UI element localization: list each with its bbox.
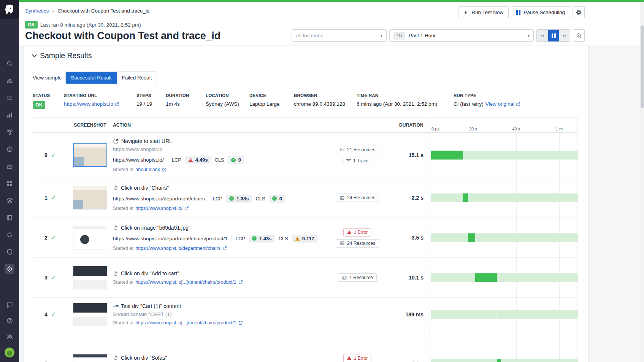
pause-scheduling-button[interactable]: Pause Scheduling (511, 6, 570, 18)
zoom-out-button[interactable] (573, 29, 585, 42)
step-result-badge[interactable]: 24 Resources (336, 194, 379, 202)
step-badges: 1 Resource (333, 258, 382, 297)
step-page-url: https://www.shopist.io/ (113, 157, 164, 163)
step-row: 5 ✓ ✓= Click on div "Sofas" https://www.… (33, 331, 577, 362)
waterfall-bar[interactable] (468, 233, 476, 242)
lcp-value-badge[interactable]: 1.08s (226, 195, 252, 203)
step-result-badge[interactable]: 24 Resources (336, 239, 379, 248)
waterfall-bar[interactable] (475, 273, 497, 282)
breadcrumb-synthetics-link[interactable]: Synthetics (25, 8, 49, 14)
infrastructure-icon[interactable] (5, 76, 14, 86)
breadcrumb: Synthetics › Checkout with Coupon Test a… (25, 8, 149, 14)
metrics-icon[interactable] (5, 110, 14, 120)
step-screenshot-thumbnail[interactable] (73, 352, 107, 362)
step-passed-icon: ✓ (51, 311, 56, 318)
lcp-value-badge[interactable]: 4.49s (185, 156, 211, 164)
result-status-badge: OK (33, 101, 45, 109)
step-duration: 189 ms (406, 311, 424, 318)
time-range-select[interactable]: 1h Past 1 Hour ▾ (389, 29, 534, 42)
step-badges: 1 Error 20 Resources (333, 331, 382, 362)
step-waterfall (430, 331, 579, 362)
search-icon[interactable] (5, 59, 14, 68)
steps-table-header: SCREENSHOT ACTION DURATION 0 µs20 s40 s1… (33, 117, 577, 133)
cls-value-badge[interactable]: 0.117 (292, 235, 317, 243)
help-icon[interactable] (5, 316, 14, 325)
step-waterfall (430, 298, 579, 331)
step-result-badge[interactable]: 1 Resource (338, 273, 376, 282)
time-pause-button[interactable] (548, 30, 559, 41)
security-icon[interactable] (5, 247, 14, 257)
step-result-badge[interactable]: 21 Resources (336, 146, 379, 154)
user-avatar[interactable] (5, 348, 14, 357)
step-vitals: https://www.shopist.io/department/chairs… (113, 195, 285, 203)
step-screenshot-thumbnail[interactable] (73, 143, 107, 167)
cls-status-icon (231, 158, 236, 162)
action-column-header: ACTION (113, 122, 333, 128)
lcp-label: LCP (172, 157, 181, 163)
step-screenshot-thumbnail[interactable] (73, 266, 107, 289)
started-at-link[interactable]: https://www.shopist.io/department/chairs (135, 246, 220, 251)
time-backward-button[interactable] (537, 30, 548, 41)
run-test-now-button[interactable]: Run Test Now (458, 6, 509, 18)
step-waterfall (430, 133, 579, 178)
watchdog-icon[interactable] (5, 161, 14, 171)
meta-browser: BROWSER chrome 89.0.4389.128 (294, 93, 357, 109)
started-at-link[interactable]: https://www.shopist.io/ (135, 206, 182, 211)
waterfall-bar[interactable] (463, 194, 468, 202)
page-scrollbar (640, 2, 644, 362)
synthetics-icon[interactable] (5, 264, 14, 274)
step-waterfall (430, 258, 579, 297)
tab-successful-result[interactable]: Successful Result (66, 72, 116, 84)
step-result-badge[interactable]: 1 Trace (343, 157, 372, 165)
users-icon[interactable] (5, 332, 14, 341)
timeline-tick-label: 40 s (512, 127, 520, 131)
cls-label: CLS (214, 157, 224, 163)
step-result-badge[interactable]: 1 Error (343, 354, 372, 362)
datadog-logo[interactable] (0, 0, 19, 19)
waterfall-bar[interactable] (431, 151, 463, 160)
step-result-badge[interactable]: 1 Error (343, 228, 372, 237)
sample-results-section-toggle[interactable]: Sample Results (33, 51, 92, 60)
cls-status-icon (272, 196, 277, 201)
cls-value-badge[interactable]: 0 (269, 195, 285, 203)
lcp-value-badge[interactable]: 1.43s (249, 235, 275, 243)
location-filter-select[interactable]: All locations ▾ (292, 29, 387, 42)
resources-icon (339, 147, 345, 152)
logs-icon[interactable] (5, 195, 14, 205)
waterfall-track (431, 194, 578, 202)
step-screenshot-thumbnail[interactable] (73, 303, 107, 326)
lcp-label: LCP (213, 196, 222, 202)
error-tracking-icon[interactable] (5, 144, 14, 154)
started-at-link[interactable]: https://www.shopist.io[...]rtment/chairs… (135, 320, 236, 325)
cls-value-badge[interactable]: 0 (228, 156, 244, 164)
started-at-link[interactable]: about:blank (135, 167, 160, 172)
reference-icon[interactable] (5, 213, 14, 222)
events-icon[interactable] (5, 93, 14, 103)
click-hand-icon (113, 355, 118, 360)
settings-button[interactable] (573, 6, 585, 18)
tab-failed-result[interactable]: Failed Result (117, 72, 157, 84)
click-hand-icon (113, 225, 118, 230)
step-screenshot-thumbnail[interactable] (73, 226, 107, 249)
step-passed-icon: ✓ (51, 234, 56, 241)
pause-icon (516, 10, 520, 15)
started-at-link[interactable]: https://www.shopist.io[...]rtment/chairs… (135, 279, 236, 285)
step-index: 5 (44, 360, 48, 362)
step-screenshot-thumbnail[interactable] (73, 186, 107, 210)
view-original-link[interactable]: View original (485, 101, 520, 107)
step-started-at: Started at https://www.shopist.io/depart… (113, 246, 227, 251)
chat-icon[interactable] (5, 300, 14, 310)
waterfall-bar[interactable] (497, 359, 501, 362)
time-forward-button[interactable] (559, 30, 570, 41)
starting-url-link[interactable]: https://www.shopist.io (64, 101, 119, 107)
external-link-icon (162, 167, 167, 172)
integrations-icon[interactable] (5, 178, 14, 188)
apm-icon[interactable] (5, 127, 14, 137)
external-link-icon (115, 102, 119, 106)
meta-time-ran: TIME RAN 6 mins ago (Apr 30, 2021, 2:52 … (357, 93, 454, 109)
ci-icon[interactable] (5, 230, 14, 240)
step-index: 1 (44, 195, 48, 201)
scrollbar-thumb[interactable] (641, 25, 644, 108)
step-index: 3 (44, 275, 48, 281)
waterfall-bar[interactable] (497, 310, 498, 319)
